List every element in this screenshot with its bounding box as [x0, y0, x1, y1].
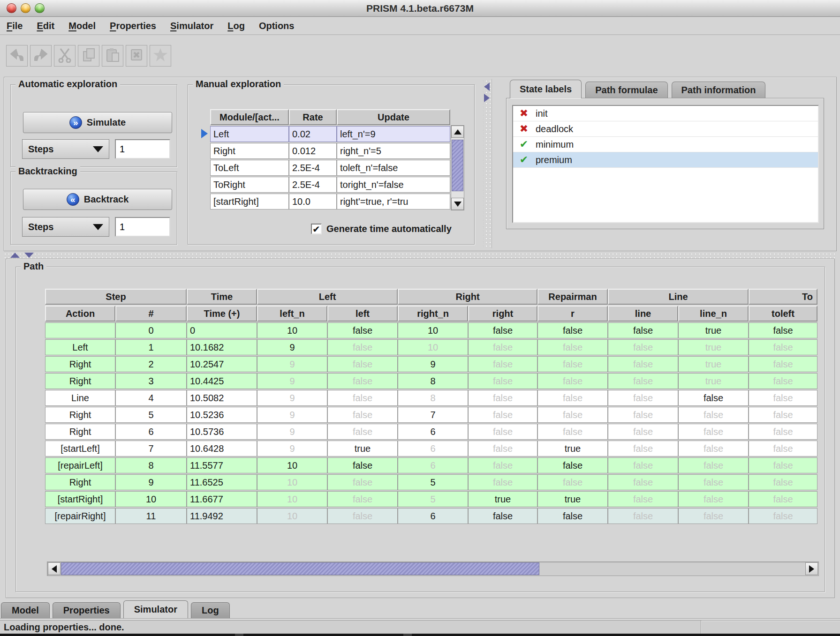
- tab-state-labels[interactable]: State labels: [510, 80, 582, 98]
- path-row-9[interactable]: Right911.652510false5falsefalsefalsefals…: [45, 474, 817, 490]
- path-cell: false: [468, 457, 537, 473]
- simulate-button[interactable]: » Simulate: [23, 112, 172, 133]
- path-row-8[interactable]: [repairLeft]811.557710false6falsefalsefa…: [45, 457, 817, 473]
- manual-table-row[interactable]: ToLeft2.5E-4toleft_n'=false: [210, 160, 450, 176]
- path-row-10[interactable]: [startRight]1011.667710false5truetruefal…: [45, 491, 817, 507]
- back-button[interactable]: [6, 45, 28, 67]
- copy-button[interactable]: [78, 45, 99, 67]
- state-label-deadlock[interactable]: ✖deadlock: [513, 121, 818, 137]
- menu-properties[interactable]: Properties: [110, 21, 156, 31]
- path-cell: 10.4425: [187, 373, 257, 389]
- tab-model[interactable]: Model: [1, 602, 50, 618]
- manual-table-body: Module/[act...RateUpdateLeft0.02left_n'=…: [210, 109, 450, 210]
- path-row-11[interactable]: [repairRight]1111.949210false6falsefalse…: [45, 508, 817, 524]
- path-cell: false: [327, 339, 398, 355]
- scroll-left-button[interactable]: [48, 562, 61, 575]
- path-row-7[interactable]: [startLeft]710.64289true6falsetruefalsef…: [45, 441, 817, 456]
- path-cell: 10: [115, 491, 187, 507]
- menu-edit[interactable]: Edit: [37, 21, 54, 31]
- path-cell: false: [608, 407, 678, 423]
- state-label-minimum[interactable]: ✔minimum: [513, 137, 818, 152]
- backtrack-steps-input[interactable]: [115, 217, 170, 237]
- path-row-0[interactable]: 0010false10falsefalsefalsetruefalse: [45, 322, 817, 338]
- path-cell: false: [537, 457, 608, 473]
- path-cell: false: [537, 474, 608, 490]
- path-cell: 5: [398, 491, 468, 507]
- scroll-up-button[interactable]: [451, 126, 464, 138]
- horizontal-scrollbar-thumb[interactable]: [61, 562, 539, 575]
- scroll-down-button[interactable]: [451, 198, 464, 210]
- manual-scrollbar-thumb[interactable]: [452, 140, 463, 191]
- manual-cell-update: toright_n'=false: [337, 177, 450, 193]
- cut-button[interactable]: [54, 45, 76, 67]
- menu-file[interactable]: File: [7, 21, 23, 31]
- path-cell: [repairRight]: [45, 508, 115, 524]
- generate-time-checkbox[interactable]: ✔: [311, 224, 322, 234]
- path-cell: false: [537, 373, 608, 389]
- collapse-left-icon[interactable]: [484, 82, 490, 91]
- delete-button[interactable]: [126, 45, 147, 67]
- paste-button[interactable]: [102, 45, 123, 67]
- menu-simulator[interactable]: Simulator: [170, 21, 213, 31]
- path-cell: 0: [115, 322, 187, 338]
- generate-time-option[interactable]: ✔ Generate time automatically: [311, 224, 452, 234]
- scroll-right-button[interactable]: [805, 562, 818, 575]
- minimize-button[interactable]: [21, 3, 30, 13]
- path-cell: 10: [257, 322, 327, 338]
- tab-path-formulae[interactable]: Path formulae: [585, 82, 667, 98]
- forward-button[interactable]: [30, 45, 52, 67]
- menu-options[interactable]: Options: [259, 21, 295, 31]
- backtrack-steps-select[interactable]: Steps: [22, 217, 109, 237]
- manual-cell-update: toleft_n'=false: [337, 160, 450, 176]
- manual-cell-update: right'=true, r'=tru: [337, 194, 450, 210]
- path-cell: false: [327, 491, 398, 507]
- star-button[interactable]: [150, 45, 171, 67]
- arrow-down-icon: [454, 202, 462, 207]
- path-cell: 5: [398, 474, 468, 490]
- path-cell: Right: [45, 356, 115, 372]
- backtracking-title: Backtracking: [15, 166, 80, 177]
- path-row-4[interactable]: Line410.50829false8falsefalsefalsefalsef…: [45, 390, 817, 406]
- state-label-premium[interactable]: ✔premium: [513, 152, 818, 168]
- collapse-down-icon[interactable]: [24, 253, 34, 258]
- manual-table-row[interactable]: [startRight]10.0right'=true, r'=tru: [210, 194, 450, 210]
- collapse-right-icon[interactable]: [484, 94, 490, 102]
- backtrack-button[interactable]: « Backtrack: [23, 189, 172, 210]
- tab-properties[interactable]: Properties: [53, 602, 121, 618]
- close-button[interactable]: [7, 3, 16, 13]
- manual-table-row[interactable]: Right0.012right_n'=5: [210, 143, 450, 159]
- path-cell: Right: [45, 373, 115, 389]
- manual-cell-module: Right: [210, 143, 289, 159]
- collapse-up-icon[interactable]: [10, 253, 20, 258]
- menu-log[interactable]: Log: [227, 21, 245, 31]
- menu-model[interactable]: Model: [68, 21, 96, 31]
- path-cell: [startLeft]: [45, 441, 115, 456]
- state-label-init[interactable]: ✖init: [513, 106, 818, 121]
- path-column-header: Action: [45, 306, 115, 322]
- path-row-1[interactable]: Left110.16829false10falsefalsefalsetruef…: [45, 339, 817, 355]
- path-row-3[interactable]: Right310.44259false8falsefalsefalsetruef…: [45, 373, 817, 389]
- simulate-steps-select[interactable]: Steps: [22, 139, 109, 159]
- tab-log[interactable]: Log: [191, 602, 230, 618]
- horizontal-splitter[interactable]: [4, 252, 837, 259]
- tab-simulator[interactable]: Simulator: [123, 600, 188, 618]
- tab-path-information[interactable]: Path information: [672, 82, 766, 98]
- path-cell: 7: [398, 407, 468, 423]
- chevron-down-icon: [93, 146, 103, 152]
- path-cell: false: [327, 322, 398, 338]
- path-row-5[interactable]: Right510.52369false7falsefalsefalsefalse…: [45, 407, 817, 423]
- manual-table-row[interactable]: Left0.02left_n'=9: [210, 126, 450, 142]
- path-cell: false: [749, 356, 817, 372]
- path-row-2[interactable]: Right210.25479false9falsefalsefalsetruef…: [45, 356, 817, 372]
- zoom-button[interactable]: [35, 3, 45, 13]
- simulate-steps-input[interactable]: [115, 139, 170, 159]
- path-row-6[interactable]: Right610.57369false6falsefalsefalsefalse…: [45, 424, 817, 440]
- path-cell: 10: [398, 322, 468, 338]
- path-cell: false: [608, 508, 678, 524]
- manual-column-header: Update: [337, 109, 450, 125]
- path-cell: 11.6677: [187, 491, 257, 507]
- path-cell: false: [608, 441, 678, 456]
- vertical-splitter[interactable]: [483, 80, 491, 247]
- path-cell: 9: [115, 474, 187, 490]
- manual-table-row[interactable]: ToRight2.5E-4toright_n'=false: [210, 177, 450, 193]
